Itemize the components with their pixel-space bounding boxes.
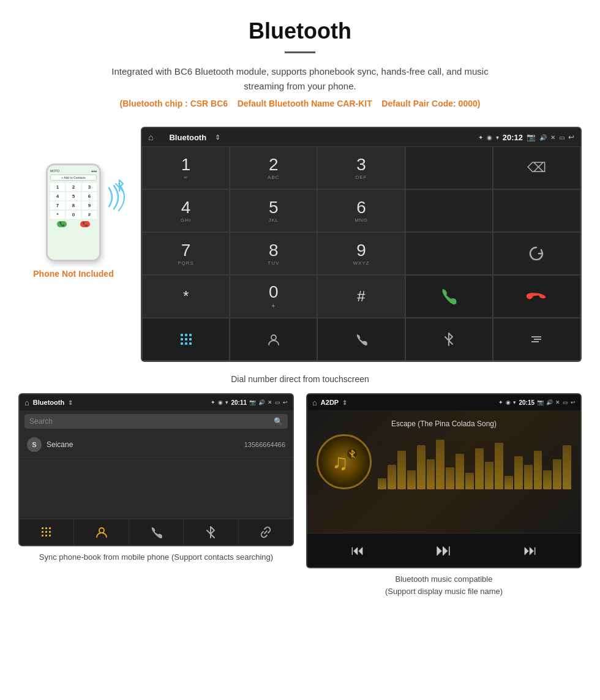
phone-key-6[interactable]: 6 xyxy=(82,192,97,200)
header-specs: (Bluetooth chip : CSR BC6 Default Blueto… xyxy=(24,99,576,108)
phone-key-8[interactable]: 8 xyxy=(66,201,81,209)
spec-code: Default Pair Code: 0000) xyxy=(381,99,480,108)
svg-rect-14 xyxy=(45,531,47,533)
dial-nav-bluetooth[interactable] xyxy=(405,318,493,361)
music-screen-icon[interactable]: ▭ xyxy=(563,399,568,406)
header-divider xyxy=(285,51,315,53)
phone-bottom-bar: 📞 📞 xyxy=(50,221,97,227)
phone-wrapper: MOTO ●●● + Add to Contacts 1 2 3 4 5 6 7… xyxy=(40,164,107,262)
phone-key-0[interactable]: 0 xyxy=(66,211,81,219)
svg-rect-12 xyxy=(49,527,51,529)
dial-key-8[interactable]: 8 TUV xyxy=(230,232,317,275)
phone-dialpad: 1 2 3 4 5 6 7 8 9 * 0 # xyxy=(50,183,97,219)
usb-icon: ⇕ xyxy=(215,134,220,141)
phone-call-green[interactable]: 📞 xyxy=(57,221,67,227)
home-icon[interactable]: ⌂ xyxy=(148,132,153,142)
phone-key-hash[interactable]: # xyxy=(82,211,97,219)
pb-nav-dialpad[interactable] xyxy=(20,519,74,545)
dialpad-icon xyxy=(179,333,193,346)
pb-nav-link[interactable] xyxy=(239,519,293,545)
phone-key-3[interactable]: 3 xyxy=(82,183,97,191)
dial-nav-settings[interactable] xyxy=(493,318,580,361)
music-close-icon[interactable]: ✕ xyxy=(555,399,560,406)
phone-key-1[interactable]: 1 xyxy=(50,183,65,191)
dial-call-red-cell[interactable] xyxy=(493,275,580,318)
dial-key-6[interactable]: 6 MNO xyxy=(317,189,405,232)
pb-home-icon[interactable]: ⌂ xyxy=(24,398,29,407)
phone-key-2[interactable]: 2 xyxy=(66,183,81,191)
dial-key-4[interactable]: 4 GHI xyxy=(142,189,230,232)
phone-key-9[interactable]: 9 xyxy=(82,201,97,209)
screen-icon[interactable]: ▭ xyxy=(559,134,564,141)
dial-key-7[interactable]: 7 PQRS xyxy=(142,232,230,275)
music-next-icon[interactable]: ⏭ xyxy=(523,543,537,559)
pb-screen-icon[interactable]: ▭ xyxy=(275,399,280,406)
svg-point-19 xyxy=(99,528,104,533)
phone-key-star[interactable]: * xyxy=(50,211,65,219)
phone-body: MOTO ●●● + Add to Contacts 1 2 3 4 5 6 7… xyxy=(46,164,101,262)
svg-rect-10 xyxy=(42,527,43,529)
dial-nav-calls[interactable] xyxy=(317,318,405,361)
music-statusbar-right: ✦ ◉ ▾ 20:15 📷 🔊 ✕ ▭ ↩ xyxy=(498,399,576,406)
pb-back-icon[interactable]: ↩ xyxy=(283,399,288,406)
page-title: Bluetooth xyxy=(24,18,576,44)
volume-icon[interactable]: 🔊 xyxy=(539,134,547,141)
statusbar-left: ⌂ Bluetooth ⇕ xyxy=(148,132,220,142)
music-cam-icon[interactable]: 📷 xyxy=(537,399,544,406)
pb-nav xyxy=(20,519,293,545)
music-back-icon[interactable]: ↩ xyxy=(571,399,576,406)
close-icon[interactable]: ✕ xyxy=(550,134,555,141)
phone-call-red[interactable]: 📞 xyxy=(80,221,90,227)
pb-close-icon[interactable]: ✕ xyxy=(268,399,272,406)
back-icon[interactable]: ↩ xyxy=(568,133,574,141)
music-controls: ⏮ ⏭ ⏭ xyxy=(307,533,580,567)
dial-call-green-cell[interactable] xyxy=(405,275,493,318)
dial-key-3[interactable]: 3 DEF xyxy=(317,146,405,189)
calls-icon xyxy=(354,333,368,346)
dial-key-5[interactable]: 5 JKL xyxy=(230,189,317,232)
pb-nav-user[interactable] xyxy=(74,519,129,545)
camera-icon[interactable]: 📷 xyxy=(527,133,536,141)
dial-redial-icon xyxy=(528,245,545,262)
pb-statusbar: ⌂ Bluetooth ⇕ ✦ ◉ ▾ 20:11 📷 🔊 ✕ ▭ ↩ xyxy=(20,394,293,410)
dial-delete-cell[interactable]: ⌫ xyxy=(493,146,580,189)
phonebook-caption: Sync phone-book from mobile phone (Suppo… xyxy=(18,546,294,563)
svg-text:♫: ♫ xyxy=(332,450,348,475)
dial-redial-cell[interactable] xyxy=(493,232,580,275)
dial-nav-dialpad[interactable] xyxy=(142,318,230,361)
pb-nav-call[interactable] xyxy=(129,519,184,545)
svg-point-9 xyxy=(271,335,276,340)
phone-key-4[interactable]: 4 xyxy=(50,192,65,200)
dial-key-2[interactable]: 2 ABC xyxy=(230,146,317,189)
dial-key-1[interactable]: 1 ∞ xyxy=(142,146,230,189)
phone-key-7[interactable]: 7 xyxy=(50,201,65,209)
music-vol-icon[interactable]: 🔊 xyxy=(546,399,553,406)
pb-cam-icon[interactable]: 📷 xyxy=(249,399,256,406)
pb-search-icon[interactable]: 🔍 xyxy=(274,417,283,426)
dial-nav-contacts[interactable] xyxy=(230,318,317,361)
bluetooth-nav-icon xyxy=(443,332,454,347)
music-prev-icon[interactable]: ⏮ xyxy=(351,543,364,559)
music-play-pause-icon[interactable]: ⏭ xyxy=(436,541,452,560)
pb-nav-bt[interactable] xyxy=(184,519,238,545)
pb-contact-row[interactable]: S Seicane 13566664466 xyxy=(20,432,293,457)
location-icon: ◉ xyxy=(487,134,492,141)
music-home-icon[interactable]: ⌂ xyxy=(312,398,317,407)
music-source-title: A2DP xyxy=(321,399,339,406)
phonebook-main: Search 🔍 S Seicane 13566664466 xyxy=(20,410,293,545)
phone-key-5[interactable]: 5 xyxy=(66,192,81,200)
dial-empty-4 xyxy=(405,232,493,275)
dial-key-9[interactable]: 9 WXYZ xyxy=(317,232,405,275)
dial-key-star[interactable]: * xyxy=(142,275,230,318)
svg-rect-8 xyxy=(189,342,192,345)
pb-search-bar[interactable]: Search 🔍 xyxy=(24,414,288,429)
svg-rect-17 xyxy=(45,535,47,536)
phone-add-contact[interactable]: + Add to Contacts xyxy=(50,175,97,181)
dial-key-0[interactable]: 0 + xyxy=(230,275,317,318)
dial-statusbar: ⌂ Bluetooth ⇕ ✦ ◉ ▾ 20:12 📷 🔊 ✕ ▭ ↩ xyxy=(142,128,580,146)
statusbar-title: Bluetooth xyxy=(169,133,206,142)
dial-delete-icon: ⌫ xyxy=(527,160,546,176)
dial-key-hash[interactable]: # xyxy=(317,275,405,318)
phone-top-bar: MOTO ●●● xyxy=(50,169,97,173)
pb-vol-icon[interactable]: 🔊 xyxy=(258,399,265,406)
